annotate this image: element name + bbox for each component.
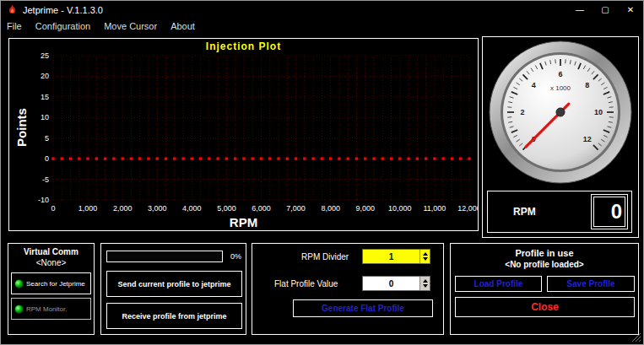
flat-profile-value-input[interactable] [363,277,419,290]
svg-text:-10: -10 [38,196,49,204]
svg-text:-5: -5 [42,175,49,184]
rpm-value: 0 [611,202,625,222]
svg-text:7,000: 7,000 [286,204,306,213]
svg-text:12,000: 12,000 [457,204,478,213]
rpm-divider-label: RPM Divider [301,252,349,261]
rpm-gauge: 024681012x 1000 [488,40,633,185]
generate-flat-profile-button[interactable]: Generate Flat Profile [293,299,433,317]
rpm-gauge-panel: 024681012x 1000 RPM 0 [482,36,639,238]
spin-down-icon[interactable] [423,284,428,288]
resize-grip[interactable] [631,332,641,342]
minimize-icon[interactable]: — [567,1,593,19]
rpm-divider-input-group [362,249,430,264]
svg-text:0: 0 [45,154,49,163]
spin-up-icon[interactable] [423,252,428,256]
svg-text:15: 15 [41,93,49,101]
flat-profile-value-label: Flat Profile Value [274,279,338,288]
search-for-jetprime-button[interactable]: Search for Jetprime [11,272,91,294]
svg-text:6,000: 6,000 [252,204,271,213]
save-profile-button[interactable]: Save Profile [547,276,635,292]
close-icon[interactable]: ✕ [618,1,643,19]
svg-text:1,000: 1,000 [78,204,98,213]
svg-text:8,000: 8,000 [321,204,340,213]
window-title: Jetprime - V.1.1.3.0 [23,5,103,15]
svg-text:10: 10 [594,108,603,116]
send-profile-button[interactable]: Send current profile to jetprime [106,271,242,297]
menu-file[interactable]: File [1,21,29,31]
svg-text:25: 25 [41,51,49,60]
menubar: File Configuration Move Cursor About [1,19,643,33]
svg-text:5: 5 [45,134,49,143]
svg-text:3,000: 3,000 [148,204,167,213]
svg-text:4: 4 [532,81,536,89]
svg-text:10,000: 10,000 [388,204,412,213]
menu-configuration[interactable]: Configuration [29,21,97,31]
spin-down-icon[interactable] [423,257,428,261]
app-window: Jetprime - V.1.1.3.0 — ▢ ✕ File Configur… [0,0,644,345]
flat-profile-value-input-group [362,276,430,291]
menu-about[interactable]: About [164,21,202,31]
search-for-jetprime-label: Search for Jetprime [26,280,85,288]
svg-text:10: 10 [41,113,49,121]
rpm-readout-label: RPM [513,206,536,218]
titlebar: Jetprime - V.1.1.3.0 — ▢ ✕ [1,1,643,19]
profile-transfer-panel: 0% Send current profile to jetprime Rece… [100,243,246,335]
spin-up-icon[interactable] [423,279,428,283]
maximize-icon[interactable]: ▢ [593,1,618,19]
rpm-digital-display-inner: 0 [593,197,625,227]
green-led-icon [14,305,24,314]
profile-in-use-title: Profile in use [451,248,638,258]
profile-loaded-status: <No profile loaded> [451,260,638,269]
svg-text:2,000: 2,000 [113,204,133,213]
receive-profile-button[interactable]: Receive profile from jetprime [106,303,242,329]
window-controls: — ▢ ✕ [567,1,643,19]
profile-in-use-panel: Profile in use <No profile loaded> Load … [450,243,639,335]
transfer-progress-bar [106,251,223,262]
rpm-divider-spinner [419,250,430,263]
load-profile-button[interactable]: Load Profile [455,276,542,292]
rpm-readout-box: RPM 0 [487,191,632,233]
rpm-divider-input[interactable] [363,250,419,263]
svg-text:x 1000: x 1000 [550,84,571,92]
flame-app-icon [7,4,18,15]
svg-text:0: 0 [51,204,55,213]
virtual-comm-title: Virtual Comm [8,247,94,256]
virtual-comm-panel: Virtual Comm <None> Search for Jetprime … [8,243,95,335]
svg-text:2: 2 [520,108,524,116]
rpm-monitor-label: RPM Monitor. [26,305,67,313]
injection-plot-panel: Injection Plot Points RPM -10-5051015202… [8,38,479,231]
comm-port-value: <None> [8,258,94,267]
flat-profile-value-spinner [419,277,430,290]
svg-text:4,000: 4,000 [182,204,202,213]
svg-text:5,000: 5,000 [217,204,236,213]
close-button[interactable]: Close [455,297,635,317]
svg-text:20: 20 [41,72,49,80]
injection-plot-chart: -10-5051015202501,0002,0003,0004,0005,00… [9,39,478,230]
green-led-icon [14,279,24,288]
transfer-progress-percent: 0% [230,252,241,261]
svg-text:11,000: 11,000 [423,204,446,213]
svg-text:12: 12 [583,135,592,143]
rpm-monitor-button[interactable]: RPM Monitor. [11,298,91,320]
svg-text:9,000: 9,000 [355,204,375,213]
svg-text:6: 6 [558,70,562,78]
svg-text:8: 8 [585,81,589,89]
profile-settings-panel: RPM Divider Flat Profile Value Generate … [252,243,444,335]
rpm-digital-display: 0 [591,194,628,229]
menu-move-cursor[interactable]: Move Cursor [97,21,164,31]
